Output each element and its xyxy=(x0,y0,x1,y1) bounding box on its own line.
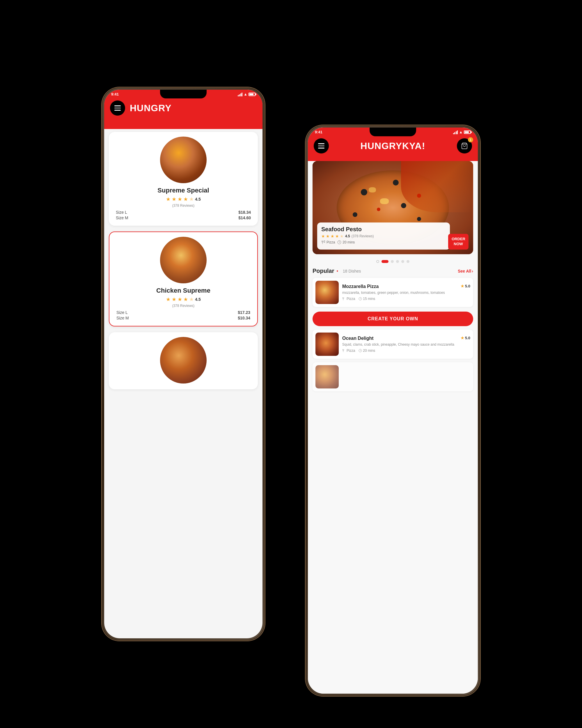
front-menu-button[interactable] xyxy=(314,138,329,153)
mozzarella-category: Pizza xyxy=(342,297,355,301)
chicken-price-l-val: $17.23 xyxy=(238,310,250,315)
front-phone: 9:41 ▲ xyxy=(306,125,480,696)
mozzarella-desc: mozzarella, tomatoes, green pepper, onio… xyxy=(342,290,470,295)
utensil-icon-sm2 xyxy=(342,349,346,353)
chicken-price-m: Size M $10.34 xyxy=(114,316,253,320)
create-your-own-button[interactable]: CREATE YOUR OWN xyxy=(312,312,473,326)
back-phone-notch xyxy=(160,90,206,98)
dot-6[interactable] xyxy=(407,260,410,263)
supreme-price-l: Size L $18.34 xyxy=(113,210,253,215)
chicken-pizza-name: Chicken Supreme xyxy=(114,287,253,294)
hero-category-label: Pizza xyxy=(327,240,335,244)
hero-time: 20 mins xyxy=(337,240,355,244)
dot-1[interactable] xyxy=(376,260,379,263)
pizza-card-chicken[interactable]: Chicken Supreme ★ ★ ★ ★ ★ 4.5 (378 Revie… xyxy=(109,232,258,327)
food-item-ocean[interactable]: Ocean Delight ★ 5.0 Squid, clams, crab s… xyxy=(312,330,473,359)
see-all-button[interactable]: See All › xyxy=(458,269,473,274)
supreme-rating: 4.5 xyxy=(195,197,200,202)
cart-button[interactable]: 1 xyxy=(457,138,472,153)
front-app-title: HUNGRYKYA! xyxy=(361,141,425,151)
ocean-info: Ocean Delight ★ 5.0 Squid, clams, crab s… xyxy=(342,336,470,353)
mozzarella-cat-label: Pizza xyxy=(347,297,355,301)
front-time: 9:41 xyxy=(315,130,323,134)
ocean-name: Ocean Delight xyxy=(342,336,373,341)
size-m-label2: Size M xyxy=(116,316,129,320)
chicken-price-m-val: $10.34 xyxy=(238,316,250,320)
ocean-cat-label: Pizza xyxy=(347,348,355,353)
back-time: 9:41 xyxy=(111,92,119,96)
hero-banner[interactable]: Seafood Pesto ★ ★ ★ ★ ★ 4.5 (378 Reviews… xyxy=(312,161,473,254)
chicken-price-l: Size L $17.23 xyxy=(114,310,253,315)
dishes-count: 18 Dishes xyxy=(343,269,361,274)
order-now-button[interactable]: ORDER NOW xyxy=(448,234,469,250)
mozzarella-time-label: 15 mins xyxy=(363,297,375,301)
ocean-time: 20 mins xyxy=(359,348,375,353)
food-item-third[interactable] xyxy=(312,362,473,391)
star1: ★ xyxy=(166,196,170,202)
back-app-title: HUNGRY xyxy=(130,103,171,113)
cart-badge: 1 xyxy=(468,137,473,142)
popular-title: Popular xyxy=(312,268,334,274)
popular-section-header: Popular • 18 Dishes See All › xyxy=(308,268,478,278)
back-battery-icon xyxy=(249,93,255,96)
hero-reviews: (378 Reviews) xyxy=(352,234,374,238)
dot-2[interactable] xyxy=(382,260,388,263)
back-phone-screen: 9:41 ▲ xyxy=(104,90,262,638)
chicken-rating: 4.5 xyxy=(195,297,200,302)
chicken-stars: ★ ★ ★ ★ ★ 4.5 xyxy=(114,296,253,303)
mozzarella-rating: ★ 5.0 xyxy=(461,284,470,288)
ocean-rating-val: 5.0 xyxy=(465,336,470,340)
dot-3[interactable] xyxy=(391,260,394,263)
size-l-label2: Size L xyxy=(116,310,128,315)
front-phone-notch xyxy=(369,128,416,136)
mozzarella-image xyxy=(315,281,339,304)
chicken-reviews: (378 Reviews) xyxy=(114,304,253,308)
supreme-pizza-image xyxy=(160,136,206,183)
star5: ★ xyxy=(189,196,194,202)
star3: ★ xyxy=(177,196,182,202)
back-phone: 9:41 ▲ xyxy=(102,87,265,641)
popular-bullet: • xyxy=(336,268,338,274)
star2: ★ xyxy=(172,196,176,202)
pizza-card-supreme[interactable]: Supreme Special ★ ★ ★ ★ ★ 4.5 (378 Revie… xyxy=(109,132,258,226)
food-item-mozzarella[interactable]: Mozzarella Pizza ★ 5.0 mozzarella, tomat… xyxy=(312,278,473,307)
star4: ★ xyxy=(183,196,188,202)
dot-4[interactable] xyxy=(396,260,399,263)
clock-icon-sm xyxy=(359,297,362,301)
front-phone-screen: 9:41 ▲ xyxy=(308,128,478,694)
mozzarella-info: Mozzarella Pizza ★ 5.0 mozzarella, tomat… xyxy=(342,284,470,301)
ocean-time-label: 20 mins xyxy=(363,348,375,353)
utensil-icon xyxy=(321,240,325,244)
mozzarella-rating-val: 5.0 xyxy=(465,284,470,288)
supreme-pizza-name: Supreme Special xyxy=(113,187,253,194)
back-menu-button[interactable] xyxy=(110,101,125,115)
ocean-category: Pizza xyxy=(342,348,355,353)
supreme-price-m: Size M $14.60 xyxy=(113,215,253,220)
third-pizza-image xyxy=(160,337,206,384)
supreme-stars: ★ ★ ★ ★ ★ 4.5 xyxy=(113,196,253,202)
mozzarella-time: 15 mins xyxy=(359,297,375,301)
ocean-meta: Pizza 20 mins xyxy=(342,348,470,353)
third-food-info xyxy=(342,376,470,378)
pizza-card-third[interactable] xyxy=(109,332,258,389)
ocean-desc: Squid, clams, crab stick, pineapple, Che… xyxy=(342,342,470,347)
dot-5[interactable] xyxy=(401,260,404,263)
supreme-price-m-val: $14.60 xyxy=(238,215,251,220)
back-signal-icon xyxy=(238,92,243,96)
hero-rating: 4.5 xyxy=(345,234,350,238)
hero-category: Pizza xyxy=(321,240,335,244)
ocean-star: ★ xyxy=(461,336,464,340)
hero-meta: Pizza 20 mins xyxy=(321,240,446,244)
hero-time-label: 20 mins xyxy=(342,240,355,244)
supreme-price-l-val: $18.34 xyxy=(238,210,251,215)
front-wifi-icon: ▲ xyxy=(459,130,463,134)
hero-info-box: Seafood Pesto ★ ★ ★ ★ ★ 4.5 (378 Reviews… xyxy=(317,223,450,250)
hero-pizza-name: Seafood Pesto xyxy=(321,226,446,233)
front-signal-icon xyxy=(453,130,458,134)
mozzarella-name: Mozzarella Pizza xyxy=(342,284,379,289)
carousel-dots xyxy=(308,260,478,263)
clock-icon xyxy=(337,240,341,244)
third-food-image xyxy=(315,365,339,388)
size-m-label: Size M xyxy=(116,215,128,220)
front-battery-icon xyxy=(464,130,471,134)
